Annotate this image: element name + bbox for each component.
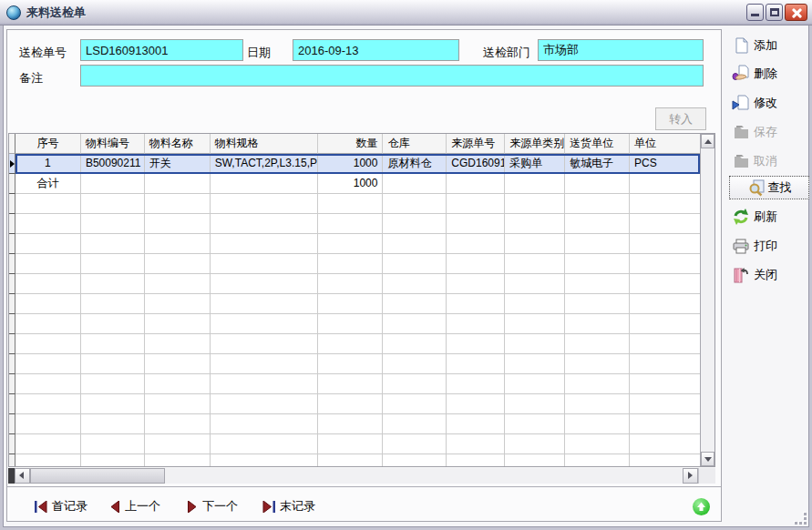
remark-field[interactable] bbox=[80, 65, 704, 87]
col-header-code[interactable]: 物料编号 bbox=[81, 134, 145, 154]
horizontal-scrollbar[interactable] bbox=[8, 468, 715, 484]
cell-qty[interactable]: 1000 bbox=[318, 154, 384, 174]
search-icon bbox=[747, 178, 766, 197]
date-label: 日期 bbox=[247, 45, 271, 61]
total-label-cell: 合计 bbox=[15, 174, 81, 194]
cell-code[interactable]: B50090211 bbox=[81, 154, 145, 174]
cell-name[interactable]: 开关 bbox=[145, 154, 211, 174]
save-button-label: 保存 bbox=[754, 124, 777, 140]
date-field[interactable] bbox=[293, 39, 459, 61]
main-panel: 送检单号 日期 送检部门 备注 转入 序号 物料编号 物料名称 物料规格 数量 … bbox=[6, 29, 722, 522]
cancel-icon bbox=[732, 152, 750, 170]
grid-empty-rows bbox=[9, 194, 700, 466]
scroll-left-button[interactable] bbox=[15, 468, 30, 484]
col-header-unit[interactable]: 单位 bbox=[630, 134, 700, 154]
first-record-button[interactable]: 首记录 bbox=[35, 498, 87, 515]
table-row-empty bbox=[9, 454, 700, 466]
last-record-button[interactable]: 末记录 bbox=[262, 498, 315, 515]
action-toolbar: 添加 删除 修改 保存 bbox=[725, 0, 812, 493]
save-button[interactable]: 保存 bbox=[732, 123, 808, 141]
arrow-down-icon bbox=[704, 457, 712, 462]
last-record-icon bbox=[262, 501, 275, 513]
prev-record-label: 上一个 bbox=[125, 498, 160, 515]
col-header-qty[interactable]: 数量 bbox=[318, 134, 384, 154]
cell-no[interactable]: 1 bbox=[15, 154, 81, 174]
table-total-row: 合计 1000 bbox=[9, 174, 700, 194]
app-orb-icon bbox=[6, 5, 21, 20]
table-row-empty bbox=[9, 294, 700, 314]
scroll-up-button[interactable] bbox=[701, 134, 714, 148]
total-qty-cell: 1000 bbox=[318, 174, 384, 194]
remark-label: 备注 bbox=[19, 70, 43, 87]
titlebar: 来料送检单 bbox=[0, 0, 812, 25]
next-record-label: 下一个 bbox=[202, 498, 238, 515]
close-form-button-label: 关闭 bbox=[754, 267, 777, 283]
col-header-source-type[interactable]: 来源单类别 bbox=[505, 134, 565, 154]
dept-field[interactable] bbox=[538, 39, 704, 61]
table-row-empty bbox=[9, 214, 700, 234]
close-form-button[interactable]: 关闭 bbox=[732, 266, 808, 284]
arrow-right-icon bbox=[688, 472, 693, 479]
header-selector-cell bbox=[9, 134, 15, 154]
record-navigation: 首记录 上一个 下一个 末记录 bbox=[7, 493, 721, 520]
edit-icon bbox=[732, 94, 750, 112]
next-record-button[interactable]: 下一个 bbox=[187, 498, 238, 515]
table-row-empty bbox=[9, 314, 700, 334]
scroll-down-button[interactable] bbox=[701, 452, 714, 466]
col-header-warehouse[interactable]: 仓库 bbox=[383, 134, 447, 154]
prev-record-icon bbox=[109, 501, 120, 513]
refresh-button[interactable]: 刷新 bbox=[732, 208, 808, 226]
delete-icon bbox=[732, 65, 750, 83]
vertical-scrollbar[interactable] bbox=[700, 134, 714, 466]
dept-label: 送检部门 bbox=[483, 45, 530, 61]
current-row-marker-icon bbox=[10, 160, 15, 168]
next-record-icon bbox=[187, 501, 198, 513]
delete-button[interactable]: 删除 bbox=[732, 65, 808, 83]
navbar-divider bbox=[7, 486, 721, 487]
table-row-empty bbox=[9, 434, 700, 454]
cell-supplier[interactable]: 敏城电子 bbox=[565, 154, 630, 174]
find-button[interactable]: 查找 bbox=[729, 176, 809, 199]
hscroll-track[interactable] bbox=[165, 468, 683, 484]
save-icon bbox=[732, 123, 750, 141]
col-header-name[interactable]: 物料名称 bbox=[145, 134, 211, 154]
scroll-right-button[interactable] bbox=[683, 468, 698, 484]
refresh-icon bbox=[732, 208, 750, 226]
window-title: 来料送检单 bbox=[26, 5, 86, 21]
table-row-empty bbox=[9, 394, 700, 414]
table-row-empty bbox=[9, 234, 700, 254]
prev-record-button[interactable]: 上一个 bbox=[109, 498, 160, 515]
print-button[interactable]: 打印 bbox=[732, 237, 808, 255]
cell-source-type[interactable]: 采购单 bbox=[505, 154, 565, 174]
total-selector-cell bbox=[9, 174, 15, 194]
table-row-selected[interactable]: 1 B50090211 开关 SW,TACT,2P,L3.15,P4 1000 … bbox=[9, 154, 700, 174]
add-button[interactable]: 添加 bbox=[732, 36, 808, 55]
grid-header-row: 序号 物料编号 物料名称 物料规格 数量 仓库 来源单号 来源单类别 送货单位 … bbox=[9, 134, 700, 154]
table-row-empty bbox=[9, 254, 700, 274]
order-no-field[interactable] bbox=[80, 39, 243, 61]
grid-corner-block bbox=[8, 468, 15, 484]
col-header-no[interactable]: 序号 bbox=[15, 134, 81, 154]
refresh-button-label: 刷新 bbox=[754, 209, 777, 225]
transfer-in-button[interactable]: 转入 bbox=[655, 107, 706, 130]
delete-button-label: 删除 bbox=[754, 66, 777, 82]
cell-source-no[interactable]: CGD160912 bbox=[447, 154, 505, 174]
arrow-left-icon bbox=[19, 472, 24, 479]
print-button-label: 打印 bbox=[754, 238, 777, 254]
cell-warehouse[interactable]: 原材料仓 bbox=[383, 154, 447, 174]
close-form-icon bbox=[732, 266, 750, 284]
col-header-spec[interactable]: 物料规格 bbox=[211, 134, 318, 154]
hscroll-thumb[interactable] bbox=[30, 468, 165, 484]
resize-grip[interactable] bbox=[794, 512, 807, 525]
col-header-supplier[interactable]: 送货单位 bbox=[565, 134, 630, 154]
add-document-icon bbox=[732, 36, 750, 55]
print-icon bbox=[732, 237, 750, 255]
col-header-source-no[interactable]: 来源单号 bbox=[447, 134, 505, 154]
cell-unit[interactable]: PCS bbox=[630, 154, 700, 174]
grid-table: 序号 物料编号 物料名称 物料规格 数量 仓库 来源单号 来源单类别 送货单位 … bbox=[9, 134, 700, 466]
modify-button[interactable]: 修改 bbox=[732, 94, 808, 112]
cell-spec[interactable]: SW,TACT,2P,L3.15,P4 bbox=[211, 154, 318, 174]
table-row-empty bbox=[9, 334, 700, 354]
order-no-label: 送检单号 bbox=[19, 45, 67, 61]
cancel-button[interactable]: 取消 bbox=[732, 152, 808, 170]
